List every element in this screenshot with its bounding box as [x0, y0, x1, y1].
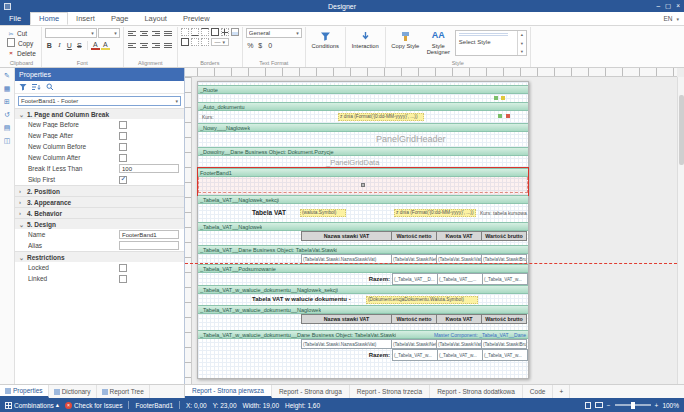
design-surface[interactable]: _Ruote _Auto_dokumentu Kurs: z dnia (For…	[185, 68, 684, 384]
add-page-button[interactable]: +	[553, 385, 570, 398]
align-bottom-button[interactable]	[151, 40, 162, 50]
zoom-slider[interactable]	[615, 404, 651, 406]
table-header-cell[interactable]: Kwota VAT	[436, 231, 482, 241]
vat2-table-data-row[interactable]: (TabelaVat.Stawki.NazwaStawkiVat) (Tabel…	[302, 339, 528, 349]
section-appearance[interactable]: › 3. Appearance	[15, 196, 184, 207]
date-format-field[interactable]: z dnia (Format('{0:dd-MM-yyyy}', ...))	[394, 209, 476, 217]
list-icon[interactable]: ▤	[4, 124, 11, 131]
waluta-field[interactable]: (waluta.Symbol)	[300, 209, 346, 217]
tab-insert[interactable]: Insert	[68, 12, 103, 25]
vertical-scrollbar[interactable]	[677, 77, 684, 384]
locked-checkbox[interactable]	[119, 264, 127, 272]
grid-icon[interactable]: ▦	[4, 85, 11, 92]
vat-summary-row[interactable]: Razem: (_Tabela_VAT__D... (_Tabela_VAT__…	[302, 273, 528, 285]
highlight-color-button[interactable]: A	[101, 40, 110, 50]
skip-first-checkbox[interactable]	[119, 176, 127, 184]
table-data-cell[interactable]: (TabelaVat.StawkiBrutto)	[481, 339, 527, 349]
edit-icon[interactable]: ✎	[4, 72, 10, 79]
number-format-button[interactable]: 0	[266, 40, 275, 50]
tab-strona-pierwsza[interactable]: Report - Strona pierwsza	[185, 385, 272, 398]
filter-icon[interactable]	[19, 83, 27, 92]
footerband1-selected[interactable]: FooterBand1	[198, 168, 528, 195]
section-position[interactable]: › 2. Position	[15, 185, 184, 196]
new-page-after-checkbox[interactable]	[119, 132, 127, 140]
minimize-button[interactable]: –	[656, 1, 660, 11]
band-ruote[interactable]: _Ruote	[198, 85, 528, 94]
tab-layout[interactable]: Layout	[136, 12, 175, 25]
tab-properties[interactable]: Properties	[0, 385, 49, 398]
interaction-button[interactable]: Interaction	[349, 28, 382, 49]
tab-strona-dodatkowa[interactable]: Report - Strona dodatkowa	[430, 385, 523, 398]
band-tabela-vat-naglowek[interactable]: _Tabela_VAT__Naglowek	[198, 222, 528, 231]
table-header-cell[interactable]: Nazwa stawki VAT	[301, 314, 392, 324]
currency-format-button[interactable]: $	[256, 40, 265, 50]
file-button[interactable]: File	[0, 12, 30, 25]
combinations-button[interactable]: Combinations ▴	[5, 401, 59, 409]
element-selector[interactable]: FooterBand1 - Footer ▾	[18, 96, 181, 106]
tab-dictionary[interactable]: Dictionary	[49, 385, 97, 398]
tabela-vat2-sekcja-content[interactable]: Tabela VAT w walucie dokumentu - (Dokume…	[198, 294, 528, 305]
check-for-issues-button[interactable]: × Check for Issues	[65, 402, 122, 409]
selection-handle[interactable]	[361, 183, 365, 187]
summary-cell[interactable]: (_Tabela_VAT__D...	[392, 273, 438, 285]
band-footerband1[interactable]: FooterBand1	[198, 168, 528, 177]
copy-button[interactable]: Copy	[5, 38, 38, 48]
border-top-button[interactable]	[201, 28, 209, 36]
cut-button[interactable]: ✂ Cut	[5, 28, 38, 38]
underline-button[interactable]: U	[65, 40, 74, 50]
table-header-cell[interactable]: Wartość netto	[391, 314, 437, 324]
border-bottom-button[interactable]	[191, 28, 199, 36]
undo-icon[interactable]: ↺	[4, 111, 10, 118]
close-button[interactable]: ×	[676, 1, 680, 11]
new-column-before-checkbox[interactable]	[119, 143, 127, 151]
date-format-field[interactable]: z dnia (Format('{0:dd-MM-yyyy}', ...))	[338, 113, 424, 121]
band-tabela-vat2-naglowek[interactable]: _Tabela_VAT_w_walucie_dokumentu__Naglowe…	[198, 305, 528, 314]
razem-label[interactable]: Razem:	[302, 349, 393, 361]
panel-grid-header-placeholder[interactable]: PanelGridHeader	[376, 134, 446, 144]
align-left-button[interactable]	[127, 28, 138, 38]
band-tabela-vat-naglowek-sekcji[interactable]: _Tabela_VAT__Naglowek_sekcji	[198, 195, 528, 204]
style-gallery-item[interactable]: Select Style	[456, 31, 517, 55]
tab-strona-trzecia[interactable]: Report - Strona trzecia	[350, 385, 430, 398]
tab-page[interactable]: Page	[103, 12, 137, 25]
panels-icon[interactable]: ◫	[4, 137, 11, 144]
band-dowolny-dane[interactable]: _Dowolny__Dane Business Object: Dokument…	[198, 147, 528, 156]
tab-home[interactable]: Home	[30, 12, 68, 25]
ruote-content[interactable]	[198, 94, 528, 102]
table-data-cell[interactable]: (TabelaVat.StawkiVat)	[436, 339, 482, 349]
zoom-slider-thumb[interactable]	[631, 402, 635, 409]
align-middle-button[interactable]	[139, 40, 150, 50]
table-data-cell[interactable]: (TabelaVat.Stawki.NazwaStawkiVat)	[301, 339, 392, 349]
conditions-button[interactable]: Conditions	[309, 28, 342, 49]
tab-code[interactable]: Code	[523, 385, 554, 398]
waluta-symbol-field[interactable]: (Dokument.encjaDokumentu.Waluta.Symbol)	[366, 296, 478, 304]
summary-cell[interactable]: (_Tabela_VAT_w...	[437, 349, 483, 361]
scrollbar-thumb[interactable]	[679, 95, 684, 165]
number-format-select[interactable]: General▾	[246, 28, 302, 38]
kurs-text[interactable]: Kurs: tabela kursowa	[480, 210, 527, 216]
fit-page-icon[interactable]	[585, 402, 591, 409]
language-selector[interactable]: EN ▾	[663, 12, 684, 25]
table-header-cell[interactable]: Wartość netto	[391, 231, 437, 241]
section-restrictions[interactable]: ⌄ Restrictions	[15, 251, 184, 262]
font-color-button[interactable]: A	[91, 40, 100, 50]
delete-button[interactable]: × Delete	[5, 48, 38, 58]
tab-report-tree[interactable]: Report Tree	[97, 385, 150, 398]
section-behavior[interactable]: › 4. Behavior	[15, 207, 184, 218]
table-data-cell[interactable]: (TabelaVat.StawkiNetto)	[391, 339, 437, 349]
footerband1-content[interactable]	[198, 177, 528, 193]
band-nowy-naglowek[interactable]: _Nowy___Naglowek	[198, 123, 528, 132]
band-auto-dokumentu[interactable]: _Auto_dokumentu	[198, 102, 528, 111]
sort-icon[interactable]	[32, 83, 41, 92]
summary-cell[interactable]: (_Tabela_VAT_w...	[392, 349, 438, 361]
wrap-text-button[interactable]	[163, 40, 174, 50]
align-justify-button[interactable]	[163, 28, 174, 38]
maximize-button[interactable]: ▢	[665, 1, 671, 11]
font-size-select[interactable]: ▾	[98, 28, 120, 38]
table-header-cell[interactable]: Kwota VAT	[436, 314, 482, 324]
band-tabela-vat2-naglowek-sekcji[interactable]: _Tabela_VAT_w_walucie_dokumentu__Naglowe…	[198, 285, 528, 294]
name-input[interactable]	[119, 230, 179, 239]
select-style-picker[interactable]: Select Style ▴ ▾ ▾	[455, 30, 527, 56]
strikethrough-button[interactable]: S	[75, 40, 84, 50]
table-header-cell[interactable]: Wartość brutto	[481, 314, 527, 324]
